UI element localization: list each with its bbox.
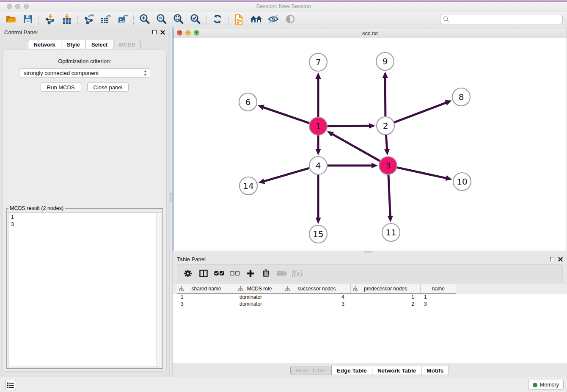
run-mcds-button[interactable]: Run MCDS xyxy=(41,83,81,92)
export-table-icon xyxy=(100,14,111,25)
column-header-successor-nodes[interactable]: successor nodes xyxy=(283,284,350,293)
optimization-criterion-select[interactable]: strongly connected component xyxy=(19,68,150,78)
search-field[interactable] xyxy=(440,14,563,24)
show-column-button[interactable] xyxy=(196,267,210,280)
memory-status-icon xyxy=(533,383,537,387)
export-network-icon xyxy=(83,14,94,25)
columns-icon xyxy=(199,270,208,277)
zoom-in-icon xyxy=(139,14,150,25)
plus-icon xyxy=(247,270,254,277)
delete-column-button[interactable] xyxy=(259,267,273,280)
open-session-button[interactable] xyxy=(3,13,19,25)
import-table-icon xyxy=(61,14,72,25)
network-window-titlebar[interactable]: ✕ − + scc.txt xyxy=(173,28,567,38)
network-view-window: ✕ − + scc.txt 7968124314101511 xyxy=(173,28,567,251)
frame-maximize-icon[interactable]: + xyxy=(194,30,199,36)
import-network-button[interactable] xyxy=(41,13,58,25)
zoom-selected-icon xyxy=(190,14,201,25)
network-graph[interactable]: 7968124314101511 xyxy=(173,38,567,251)
tab-select[interactable]: Select xyxy=(85,40,113,49)
close-panel-icon[interactable] xyxy=(160,30,165,35)
refresh-view-button[interactable] xyxy=(209,13,226,25)
column-type-icon xyxy=(285,286,290,291)
result-scrollbar[interactable] xyxy=(156,213,161,367)
column-label: shared name xyxy=(191,286,221,292)
graph-edge-2-9[interactable] xyxy=(385,77,385,116)
deselect-all-columns-button[interactable] xyxy=(228,267,242,280)
new-network-from-file-button[interactable] xyxy=(231,13,248,25)
export-network-button[interactable] xyxy=(80,13,97,25)
graph-edge-4-14[interactable] xyxy=(264,168,309,182)
graph-edge-1-2[interactable] xyxy=(328,126,370,126)
column-header-name[interactable]: name xyxy=(420,284,456,293)
home-button[interactable] xyxy=(248,13,265,25)
toolbar-separator xyxy=(133,14,134,25)
tab-mcds[interactable]: MCDS xyxy=(113,40,141,49)
close-panel-icon[interactable] xyxy=(558,257,563,262)
float-panel-icon[interactable] xyxy=(152,30,157,34)
table-tab-network-table[interactable]: Network Table xyxy=(372,366,421,375)
graph-edge-1-6[interactable] xyxy=(263,107,309,123)
memory-label: Memory xyxy=(540,382,559,388)
edge-arrowhead-icon xyxy=(369,123,375,129)
mcds-result-text[interactable]: 13 xyxy=(8,213,161,367)
table-settings-button[interactable] xyxy=(181,267,195,280)
gear-icon xyxy=(184,269,192,278)
graph-edge-2-3[interactable] xyxy=(386,135,387,150)
edge-arrowhead-icon xyxy=(383,72,388,78)
edge-arrowhead-icon xyxy=(372,163,378,168)
node-label: 2 xyxy=(383,121,388,131)
memory-button[interactable]: Memory xyxy=(528,380,564,390)
frame-close-icon[interactable]: ✕ xyxy=(177,30,182,36)
column-header-shared-name[interactable]: shared name xyxy=(177,284,236,293)
table-cell: 1 xyxy=(420,294,456,301)
show-panels-button[interactable] xyxy=(5,380,16,390)
graph-edge-2-8[interactable] xyxy=(394,102,447,122)
table-row[interactable]: 3dominator323 xyxy=(177,301,456,307)
network-canvas[interactable]: 7968124314101511 xyxy=(173,38,567,251)
graph-edge-3-1[interactable] xyxy=(332,134,380,161)
float-panel-icon[interactable] xyxy=(550,257,554,261)
table-tab-motifs[interactable]: Motifs xyxy=(421,366,449,375)
tab-style[interactable]: Style xyxy=(61,40,86,49)
zoom-out-button[interactable] xyxy=(153,13,170,25)
zoom-in-button[interactable] xyxy=(136,13,153,25)
table-row[interactable]: 1dominator411 xyxy=(177,294,456,301)
graph-edge-3-11[interactable] xyxy=(388,175,390,217)
export-table-button[interactable] xyxy=(97,13,114,25)
graph-edge-3-10[interactable] xyxy=(397,168,446,178)
add-column-button[interactable] xyxy=(243,267,257,280)
tab-network[interactable]: Network xyxy=(28,40,61,49)
mcds-result-title: MCDS result (2 nodes) xyxy=(8,205,65,211)
zoom-fit-button[interactable] xyxy=(170,13,187,25)
control-panel-header: Control Panel xyxy=(0,26,169,38)
save-session-button[interactable] xyxy=(19,13,36,25)
show-all-button[interactable] xyxy=(282,13,299,25)
window-top-accent xyxy=(0,0,567,2)
unchecked-boxes-icon xyxy=(230,271,240,276)
select-all-columns-button[interactable] xyxy=(212,267,226,280)
houses-icon xyxy=(250,14,263,24)
table-tab-edge-table[interactable]: Edge Table xyxy=(331,366,372,375)
function-builder-button[interactable]: f(x) xyxy=(292,269,303,278)
edge-arrowhead-icon xyxy=(388,216,393,222)
delete-table-button[interactable] xyxy=(275,267,289,280)
close-panel-button[interactable]: Close panel xyxy=(87,83,129,92)
import-table-button[interactable] xyxy=(58,13,75,25)
export-image-button[interactable] xyxy=(114,13,131,25)
vertical-splitter[interactable] xyxy=(169,26,173,377)
edge-arrowhead-icon xyxy=(316,218,321,224)
node-label: 9 xyxy=(383,56,388,66)
column-header-mcds-role[interactable]: MCDS role xyxy=(236,284,283,293)
table-tab-node-table[interactable]: Node Table xyxy=(290,366,332,375)
node-label: 6 xyxy=(245,97,251,107)
search-icon xyxy=(443,16,449,22)
zoom-selected-button[interactable] xyxy=(187,13,204,25)
column-header-predecessor-nodes[interactable]: predecessor nodes xyxy=(350,284,420,293)
hide-selected-button[interactable] xyxy=(265,13,282,25)
search-input[interactable] xyxy=(451,16,560,23)
frame-minimize-icon[interactable]: − xyxy=(185,30,191,36)
node-label: 14 xyxy=(243,181,253,191)
save-icon xyxy=(23,14,33,24)
table-panel: Table Panel xyxy=(173,253,567,377)
